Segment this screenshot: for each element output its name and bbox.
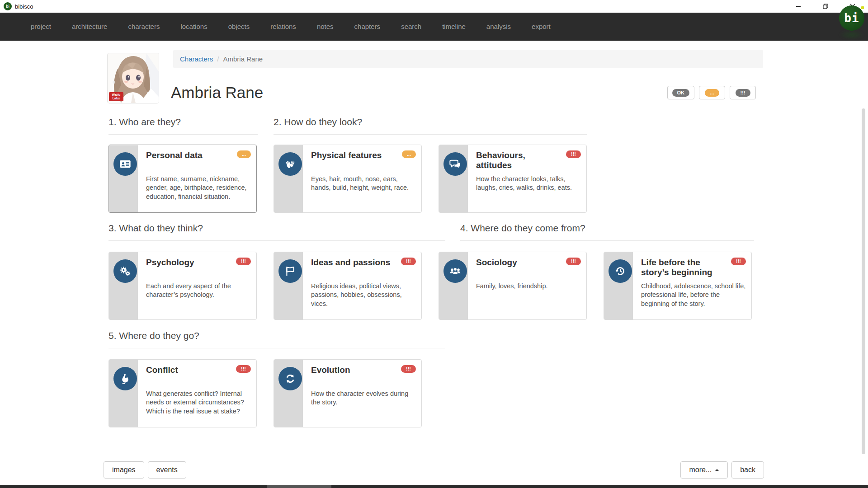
card-title: Personal data <box>146 150 251 170</box>
nav-item-architecture[interactable]: architecture <box>61 13 118 41</box>
card-title: Evolution <box>311 365 416 385</box>
section-header-5: 5. Where do they go? <box>108 330 445 348</box>
app-title: bibisco <box>15 3 33 10</box>
footer-right-group: more... back <box>680 461 764 479</box>
minimize-button[interactable] <box>785 0 812 13</box>
card-description: Childhood, adolescence, school life, pro… <box>641 282 746 308</box>
card-ideas-passions[interactable]: Ideas and passions !!! Religious ideas, … <box>274 252 422 320</box>
fire-icon <box>113 367 137 390</box>
card-description: Religious ideas, political views, passio… <box>311 282 416 308</box>
comments-icon <box>443 152 467 176</box>
character-sheet: Waifu Labs Characters / Ambria Rane Ambr… <box>104 41 764 479</box>
card-status-badge: !!! <box>401 258 416 265</box>
card-title: Behaviours, attitudes <box>476 150 581 170</box>
breadcrumb-characters-link[interactable]: Characters <box>180 55 213 63</box>
card-body: Conflict !!! What generates conflict? In… <box>138 360 256 427</box>
footer-toolbar: images events more... back <box>104 461 764 479</box>
card-behaviours-attitudes[interactable]: Behaviours, attitudes !!! How the charac… <box>439 145 587 213</box>
card-description: What generates conflict? Internal needs … <box>146 389 251 416</box>
title-row: Ambria Rane OK ... !!! <box>171 84 764 102</box>
status-todo-pill: ... <box>705 89 719 97</box>
section-title: 3. What do they think? <box>108 223 445 234</box>
logo-reflection <box>839 30 864 40</box>
hands-icon <box>278 152 302 176</box>
gears-icon <box>113 259 137 283</box>
card-status-badge: !!! <box>731 258 746 265</box>
card-description: Family, loves, friendship. <box>476 282 581 291</box>
card-status-badge: !!! <box>236 365 251 373</box>
history-icon <box>609 259 632 283</box>
group-icon <box>443 259 467 283</box>
id-card-icon <box>113 152 137 176</box>
card-body: Evolution !!! How the character evolves … <box>303 360 421 427</box>
card-description: How the character looks, talks, laughs, … <box>476 175 581 192</box>
section-header-4: 4. Where do they come from? <box>460 223 754 241</box>
images-button[interactable]: images <box>104 461 144 479</box>
card-title: Sociology <box>476 258 581 277</box>
refresh-icon <box>278 367 302 390</box>
card-status-badge: ... <box>402 150 416 158</box>
status-tocomplete-button[interactable]: !!! <box>730 86 756 99</box>
status-ok-button[interactable]: OK <box>667 86 695 99</box>
nav-item-export[interactable]: export <box>521 13 561 41</box>
card-psychology[interactable]: Psychology !!! Each and every aspect of … <box>108 252 257 320</box>
caret-up-icon <box>715 469 719 471</box>
flag-icon <box>278 259 302 283</box>
page-title: Ambria Rane <box>171 84 263 102</box>
card-title: Conflict <box>146 365 251 385</box>
card-evolution[interactable]: Evolution !!! How the character evolves … <box>274 359 422 427</box>
status-tocomplete-pill: !!! <box>736 89 750 97</box>
breadcrumb: Characters / Ambria Rane <box>173 50 763 68</box>
card-description: Eyes, hair, mouth, nose, ears, hands, bu… <box>311 175 416 192</box>
section-header-3: 3. What do they think? <box>108 223 445 241</box>
os-titlebar: bi bibisco <box>0 0 868 13</box>
section-title: 5. Where do they go? <box>108 330 445 341</box>
vertical-scrollbar-thumb[interactable] <box>862 108 865 454</box>
status-todo-button[interactable]: ... <box>699 86 725 99</box>
card-sociology[interactable]: Sociology !!! Family, loves, friendship. <box>439 252 587 320</box>
nav-item-chapters[interactable]: chapters <box>344 13 391 41</box>
breadcrumb-separator: / <box>217 55 219 63</box>
section-header-2: 2. How do they look? <box>274 117 587 135</box>
nav-item-relations[interactable]: relations <box>260 13 307 41</box>
nav-item-analysis[interactable]: analysis <box>476 13 521 41</box>
character-avatar[interactable]: Waifu Labs <box>108 53 159 103</box>
card-status-badge: !!! <box>401 365 416 373</box>
back-button[interactable]: back <box>731 461 764 479</box>
card-status-badge: !!! <box>566 150 581 158</box>
minimize-icon <box>796 4 801 9</box>
card-body: Physical features ... Eyes, hair, mouth,… <box>303 145 421 212</box>
card-body: Psychology !!! Each and every aspect of … <box>138 252 256 319</box>
nav-item-project[interactable]: project <box>20 13 61 41</box>
card-title: Ideas and passions <box>311 258 416 277</box>
card-physical-features[interactable]: Physical features ... Eyes, hair, mouth,… <box>274 145 422 213</box>
nav-item-timeline[interactable]: timeline <box>432 13 476 41</box>
nav-item-objects[interactable]: objects <box>218 13 260 41</box>
card-title: Physical features <box>311 150 416 170</box>
card-conflict[interactable]: Conflict !!! What generates conflict? In… <box>108 359 257 427</box>
avatar-watermark: Waifu Labs <box>109 92 123 101</box>
card-body: Ideas and passions !!! Religious ideas, … <box>303 252 421 319</box>
nav-item-search[interactable]: search <box>391 13 432 41</box>
nav-item-characters[interactable]: characters <box>118 13 170 41</box>
restore-button[interactable] <box>812 0 839 13</box>
section-header-1: 1. Who are they? <box>108 117 258 135</box>
card-status-badge: ... <box>237 150 251 158</box>
question-sections: 1. Who are they? 2. How do they look? Pe… <box>104 117 764 433</box>
bibisco-logo-text: bi <box>844 11 859 25</box>
nav-item-locations[interactable]: locations <box>170 13 217 41</box>
card-life-before[interactable]: Life before the story’s beginning !!! Ch… <box>604 252 752 320</box>
card-title: Life before the story’s beginning <box>641 258 746 277</box>
nav-item-notes[interactable]: notes <box>307 13 344 41</box>
events-button[interactable]: events <box>148 461 186 479</box>
card-status-badge: !!! <box>236 258 251 265</box>
card-description: How the character evolves during the sto… <box>311 389 416 407</box>
card-body: Personal data ... First name, surname, n… <box>138 145 256 212</box>
more-button[interactable]: more... <box>680 461 728 479</box>
card-personal-data[interactable]: Personal data ... First name, surname, n… <box>108 145 257 213</box>
horizontal-scrollbar-thumb[interactable] <box>267 485 331 488</box>
section-title: 4. Where do they come from? <box>460 223 754 234</box>
card-body: Life before the story’s beginning !!! Ch… <box>633 252 751 319</box>
card-description: Each and every aspect of the character’s… <box>146 282 251 300</box>
breadcrumb-current: Ambria Rane <box>223 55 263 63</box>
